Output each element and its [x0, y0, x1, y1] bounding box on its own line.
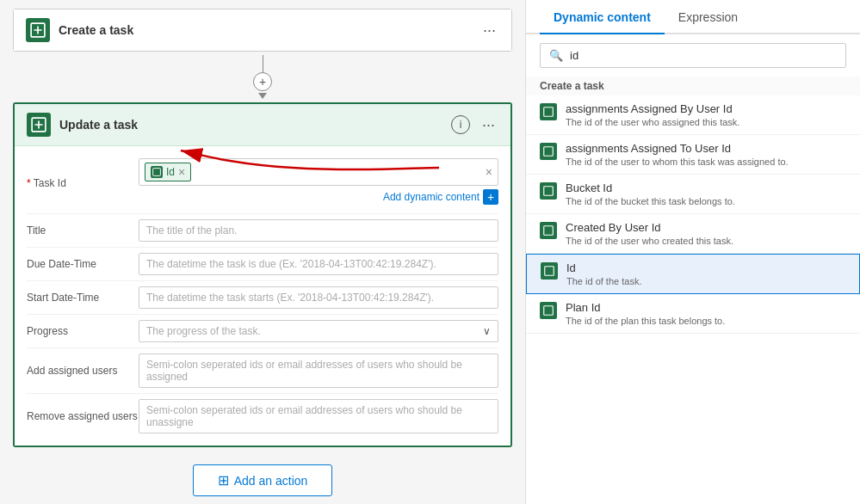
dynamic-item-2[interactable]: Bucket Id The id of the bucket this task…	[526, 175, 860, 214]
item-desc-4: The id of the task.	[566, 276, 845, 286]
item-icon-4	[541, 262, 558, 280]
item-desc-0: The id of the user who assigned this tas…	[566, 117, 846, 127]
section-label: Create a task	[526, 77, 860, 95]
item-title-4: Id	[566, 261, 845, 274]
due-date-placeholder: The datetime the task is due (Ex. '2018-…	[146, 258, 436, 270]
progress-placeholder: The progress of the task.	[146, 325, 261, 337]
add-users-row: Add assigned users Semi-colon seperated …	[27, 348, 498, 394]
progress-label: Progress	[27, 325, 139, 337]
update-task-icon	[27, 113, 51, 137]
task-id-row: Task Id Id × ×	[27, 153, 498, 214]
remove-users-input[interactable]: Semi-colon seperated ids or email addres…	[139, 399, 498, 433]
start-date-placeholder: The datetime the task starts (Ex. '2018-…	[146, 292, 434, 304]
progress-dropdown[interactable]: The progress of the task. ∨	[139, 320, 498, 342]
connector: +	[253, 55, 272, 99]
search-input[interactable]	[570, 49, 837, 62]
tab-dynamic-content[interactable]: Dynamic content	[540, 0, 665, 34]
item-content-3: Created By User Id The id of the user wh…	[566, 221, 846, 246]
item-content-1: assignments Assigned To User Id The id o…	[566, 142, 846, 167]
svg-rect-5	[544, 147, 554, 157]
title-input[interactable]: The title of the plan.	[139, 219, 498, 242]
dynamic-item-3[interactable]: Created By User Id The id of the user wh…	[526, 214, 860, 254]
add-dynamic-button[interactable]: +	[483, 189, 498, 205]
due-date-input[interactable]: The datetime the task is due (Ex. '2018-…	[139, 253, 498, 275]
add-action-area: ⊞ Add an action	[193, 464, 333, 496]
remove-users-placeholder: Semi-colon seperated ids or email addres…	[146, 404, 462, 428]
tab-expression[interactable]: Expression	[665, 0, 752, 34]
panel-tabs: Dynamic content Expression	[526, 0, 860, 34]
task-id-label: Task Id	[27, 177, 139, 189]
chip-remove-button[interactable]: ×	[178, 165, 185, 179]
dynamic-item-0[interactable]: assignments Assigned By User Id The id o…	[526, 95, 860, 135]
search-icon: 🔍	[549, 49, 563, 62]
connector-arrow	[258, 93, 267, 99]
update-task-title: Update a task	[59, 118, 442, 132]
item-desc-2: The id of the bucket this task belongs t…	[566, 196, 846, 206]
add-action-icon: ⊞	[218, 472, 229, 489]
svg-rect-6	[544, 187, 554, 196]
create-task-header: Create a task ···	[14, 9, 511, 51]
item-content-5: Plan Id The id of the plan this task bel…	[566, 301, 846, 326]
search-box: 🔍	[540, 43, 846, 68]
connector-plus[interactable]: +	[253, 72, 272, 91]
add-dynamic-row: Add dynamic content +	[139, 187, 498, 208]
item-desc-1: The id of the user to whom this task was…	[566, 157, 846, 167]
update-task-info-button[interactable]: i	[451, 115, 470, 134]
item-icon-3	[540, 222, 557, 239]
id-chip[interactable]: Id ×	[145, 163, 191, 181]
title-row: Title The title of the plan.	[27, 214, 498, 248]
title-label: Title	[27, 224, 139, 237]
dynamic-item-4[interactable]: Id The id of the task.	[526, 254, 860, 294]
item-title-2: Bucket Id	[566, 181, 846, 194]
create-task-title: Create a task	[59, 23, 471, 37]
chevron-down-icon: ∨	[483, 325, 491, 337]
item-desc-3: The id of the user who created this task…	[566, 236, 846, 246]
item-content-0: assignments Assigned By User Id The id o…	[566, 102, 846, 127]
right-panel: Dynamic content Expression 🔍 Create a ta…	[525, 0, 860, 504]
dynamic-item-5[interactable]: Plan Id The id of the plan this task bel…	[526, 294, 860, 334]
remove-users-row: Remove assigned users Semi-colon seperat…	[27, 394, 498, 439]
update-task-menu-button[interactable]: ···	[479, 117, 498, 132]
task-id-field[interactable]: Id × ×	[139, 158, 498, 186]
svg-rect-2	[153, 169, 161, 176]
add-users-label: Add assigned users	[27, 365, 139, 377]
remove-users-label: Remove assigned users	[27, 410, 139, 422]
start-date-input[interactable]: The datetime the task starts (Ex. '2018-…	[139, 286, 498, 309]
dynamic-items-list: assignments Assigned By User Id The id o…	[526, 95, 860, 334]
item-title-5: Plan Id	[566, 301, 846, 314]
chip-icon	[151, 166, 163, 178]
update-task-body: Task Id Id × ×	[15, 145, 510, 446]
item-desc-5: The id of the plan this task belongs to.	[566, 316, 846, 326]
svg-rect-9	[544, 306, 554, 316]
start-date-label: Start Date-Time	[27, 292, 139, 304]
svg-rect-7	[544, 226, 554, 236]
item-icon-1	[540, 143, 557, 160]
create-task-menu-button[interactable]: ···	[479, 22, 499, 38]
connector-line	[263, 55, 263, 72]
svg-rect-4	[544, 108, 554, 117]
update-task-header: Update a task i ···	[15, 104, 510, 145]
field-clear-button[interactable]: ×	[486, 165, 492, 179]
item-icon-0	[540, 103, 557, 120]
item-content-2: Bucket Id The id of the bucket this task…	[566, 181, 846, 206]
panel-search: 🔍	[526, 34, 860, 77]
chip-label: Id	[166, 166, 175, 178]
add-dynamic-link[interactable]: Add dynamic content	[383, 191, 479, 203]
due-date-row: Due Date-Time The datetime the task is d…	[27, 248, 498, 281]
task-id-inner: Id ×	[145, 163, 191, 181]
add-users-placeholder: Semi-colon seperated ids or email addres…	[146, 359, 462, 383]
create-task-card: Create a task ···	[13, 9, 512, 52]
left-panel: Create a task ··· + Update a task i ··· …	[0, 0, 525, 504]
add-action-button[interactable]: ⊞ Add an action	[193, 464, 333, 496]
progress-row: Progress The progress of the task. ∨	[27, 315, 498, 348]
title-placeholder: The title of the plan.	[146, 224, 237, 237]
item-title-1: assignments Assigned To User Id	[566, 142, 846, 155]
create-task-icon	[26, 18, 50, 42]
due-date-label: Due Date-Time	[27, 258, 139, 270]
svg-rect-8	[545, 267, 554, 276]
add-users-input[interactable]: Semi-colon seperated ids or email addres…	[139, 353, 498, 388]
item-title-0: assignments Assigned By User Id	[566, 102, 846, 115]
dynamic-item-1[interactable]: assignments Assigned To User Id The id o…	[526, 135, 860, 175]
item-content-4: Id The id of the task.	[566, 261, 845, 286]
item-icon-2	[540, 182, 557, 200]
